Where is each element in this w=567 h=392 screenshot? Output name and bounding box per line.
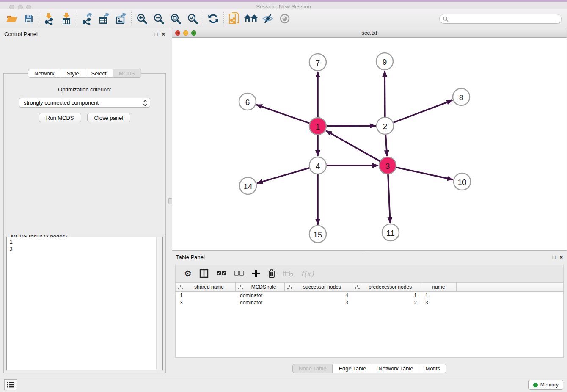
cell-mcds-role[interactable]: dominator (236, 293, 285, 298)
column-header-predecessor-nodes[interactable]: predecessor nodes (352, 283, 421, 291)
column-header-shared-name[interactable]: shared name (176, 283, 236, 291)
select-stepper-icon (143, 99, 147, 107)
graph-edge-4-14[interactable] (257, 168, 310, 183)
save-session-button[interactable] (20, 11, 37, 26)
delete-column-button[interactable] (268, 269, 275, 278)
refresh-icon (208, 13, 219, 24)
mcds-tab-content: Optimization criterion: strongly connect… (3, 73, 166, 373)
cell-name[interactable]: 3 (421, 300, 457, 306)
close-panel-button[interactable]: Close panel (87, 113, 131, 122)
open-session-button[interactable] (3, 11, 20, 26)
tab-mcds[interactable]: MCDS (113, 69, 141, 78)
graph-node-label-4: 4 (316, 162, 320, 171)
checked-boxes-icon (216, 271, 226, 276)
add-column-button[interactable] (252, 269, 260, 278)
network-canvas[interactable]: 7968124314101511 (172, 38, 567, 250)
toolbar-separator (203, 12, 203, 25)
table-row[interactable]: 3 dominator 3 2 3 (176, 299, 563, 306)
zoom-in-button[interactable] (133, 11, 150, 26)
main-toolbar (0, 9, 567, 28)
delete-table-button[interactable] (283, 270, 293, 277)
export-network-icon (82, 13, 93, 25)
table-row[interactable]: 1 dominator 4 1 1 (176, 292, 563, 299)
table-panel-tabs: Node Table Edge Table Network Table Moti… (172, 364, 567, 373)
cell-successor-nodes[interactable]: 3 (285, 300, 352, 306)
optimization-criterion-select[interactable]: strongly connected component (19, 98, 150, 108)
clone-network-button[interactable] (226, 11, 242, 26)
column-header-mcds-role[interactable]: MCDS role (236, 283, 285, 291)
zoom-selected-icon (187, 13, 198, 24)
home-networks-button[interactable] (242, 11, 259, 26)
window-titlebar: Session: New Session (0, 0, 567, 9)
zoom-fit-button[interactable] (167, 11, 184, 26)
search-input[interactable] (449, 16, 561, 22)
zoom-selected-button[interactable] (184, 11, 201, 26)
memory-status-icon (533, 383, 538, 387)
cell-shared-name[interactable]: 1 (176, 293, 236, 298)
graph-edge-2-8[interactable] (393, 100, 453, 123)
import-network-button[interactable] (41, 11, 58, 26)
table-panel: Table Panel □ × ⚙ (172, 251, 567, 376)
columns-icon (199, 269, 209, 278)
select-all-rows-button[interactable] (216, 271, 226, 276)
export-image-button[interactable] (113, 11, 129, 26)
cell-name[interactable]: 1 (421, 293, 457, 298)
run-mcds-button[interactable]: Run MCDS (39, 113, 81, 122)
graph-edge-1-2[interactable] (326, 126, 376, 126)
tab-motifs[interactable]: Motifs (419, 364, 446, 373)
export-table-button[interactable] (96, 11, 113, 26)
network-graph[interactable]: 7968124314101511 (172, 38, 567, 250)
column-header-name[interactable]: name (421, 283, 457, 291)
control-panel-title: Control Panel (4, 31, 38, 37)
graph-edge-3-10[interactable] (396, 167, 453, 179)
result-scrollbar[interactable] (156, 237, 162, 370)
tab-network[interactable]: Network (28, 69, 61, 78)
node-table[interactable]: shared name MCDS role successor nodes (175, 282, 564, 358)
toolbar-separator (39, 12, 39, 25)
global-search-field[interactable] (439, 14, 562, 24)
toolbar-separator (223, 12, 224, 25)
zoom-out-button[interactable] (150, 11, 167, 26)
selected-option-label: strongly connected component (24, 99, 99, 106)
tab-node-table[interactable]: Node Table (292, 364, 333, 373)
cell-mcds-role[interactable]: dominator (236, 300, 285, 306)
tab-edge-table[interactable]: Edge Table (333, 364, 372, 373)
graph-node-label-10: 10 (457, 178, 466, 187)
function-builder-button[interactable]: f(x) (301, 269, 314, 278)
deselect-all-rows-button[interactable] (234, 271, 244, 276)
show-details-button[interactable] (276, 11, 293, 26)
control-panel-tabs: Network Style Select MCDS (0, 69, 169, 78)
import-table-button[interactable] (58, 11, 75, 26)
mcds-result-text: 1 3 (7, 237, 156, 370)
graph-edge-2-9[interactable] (385, 71, 385, 117)
graph-edge-3-11[interactable] (388, 174, 390, 223)
cell-predecessor-nodes[interactable]: 2 (352, 300, 421, 306)
cell-predecessor-nodes[interactable]: 1 (352, 293, 421, 298)
graph-node-label-7: 7 (316, 58, 320, 67)
table-settings-button[interactable]: ⚙ (184, 268, 192, 279)
float-panel-icon[interactable]: □ (154, 31, 158, 37)
graph-edge-1-6[interactable] (256, 105, 310, 123)
cell-shared-name[interactable]: 3 (176, 300, 236, 306)
tab-select[interactable]: Select (85, 69, 113, 78)
graph-edge-2-3[interactable] (385, 134, 387, 156)
column-visibility-button[interactable] (199, 269, 209, 278)
close-table-panel-icon[interactable]: × (559, 254, 563, 260)
graph-node-label-11: 11 (386, 229, 395, 237)
toolbar-separator (131, 12, 132, 25)
close-panel-icon[interactable]: × (162, 31, 165, 37)
open-folder-icon (6, 14, 18, 24)
task-history-button[interactable] (4, 379, 17, 390)
memory-button[interactable]: Memory (528, 380, 563, 390)
graph-edge-3-1[interactable] (326, 131, 380, 161)
float-table-panel-icon[interactable]: □ (552, 254, 556, 260)
column-header-successor-nodes[interactable]: successor nodes (285, 283, 352, 291)
hide-details-button[interactable] (259, 11, 276, 26)
cell-successor-nodes[interactable]: 4 (285, 293, 352, 298)
refresh-button[interactable] (205, 11, 222, 26)
export-network-button[interactable] (79, 11, 96, 26)
window-title: Session: New Session (0, 3, 567, 10)
tab-style[interactable]: Style (61, 69, 85, 78)
tab-network-table[interactable]: Network Table (372, 364, 419, 373)
network-window-titlebar[interactable]: × − + scc.txt (172, 28, 567, 38)
